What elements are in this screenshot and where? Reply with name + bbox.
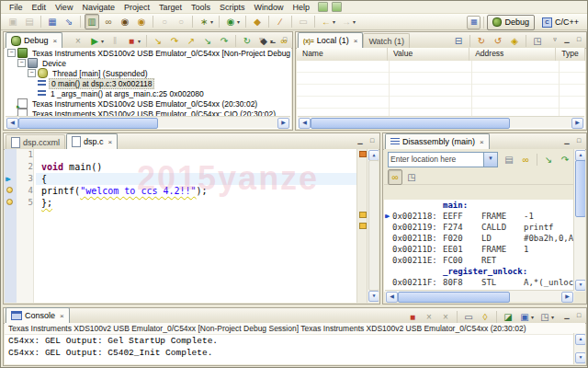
open-new-view-button[interactable]: ◳ bbox=[530, 33, 545, 49]
disassembly-line[interactable]: 0x00211E: FC00 RET bbox=[384, 255, 574, 266]
column-header[interactable]: Value bbox=[388, 48, 469, 61]
code-line[interactable]: 5 }; bbox=[5, 197, 379, 209]
dropdown-arrow-icon[interactable]: ▾ bbox=[551, 314, 554, 320]
tree-expander-icon[interactable]: − bbox=[7, 49, 16, 57]
menu-extra2-icon[interactable] bbox=[332, 2, 342, 12]
dropdown-arrow-icon[interactable]: ▾ bbox=[138, 38, 141, 44]
scroll-up-icon[interactable]: ▲ bbox=[575, 334, 585, 345]
debug-tree-row[interactable]: Texas Instruments XDS100v2 USB Emulator_… bbox=[5, 98, 291, 109]
assembly-step-into-button[interactable]: ↘ bbox=[200, 33, 215, 49]
minimize-icon[interactable]: ▁ bbox=[355, 135, 366, 146]
perspective-debug-button[interactable]: Debug bbox=[487, 15, 535, 30]
disassembly-listing[interactable]: main: 0x002118: EEFF FRAME -1 bbox=[384, 200, 574, 292]
column-header[interactable]: Type bbox=[556, 48, 585, 61]
save-button[interactable]: ▣ bbox=[6, 14, 20, 29]
forward-history-button[interactable]: →▾ bbox=[339, 14, 357, 29]
build-button[interactable]: ∗▾ bbox=[197, 14, 215, 29]
back-history-button[interactable]: ←▾ bbox=[319, 14, 337, 29]
disassembly-vscrollbar[interactable]: ▲ ▼ bbox=[573, 149, 585, 292]
view-menu-icon[interactable]: ▿ bbox=[255, 34, 266, 45]
maximize-icon[interactable]: □ bbox=[573, 34, 584, 45]
connect-target-button[interactable]: ▥ bbox=[85, 14, 99, 29]
continuous-refresh-button[interactable]: ↺ bbox=[491, 33, 505, 49]
code-line[interactable]: 1 bbox=[5, 149, 379, 161]
step-over-button[interactable]: ↷ bbox=[167, 33, 182, 49]
disassembly-line[interactable]: 0x00211F: 80F8 STL A,*(_unlock) bbox=[384, 277, 574, 288]
disassembly-line[interactable]: 0x00211D: EE01 FRAME 1 bbox=[384, 244, 574, 255]
disassembly-line[interactable]: 0x002119: F274 CALLD printf bbox=[384, 222, 574, 233]
link-pc-button[interactable]: ∞ bbox=[388, 169, 402, 185]
scroll-right-icon[interactable]: ▶ bbox=[277, 118, 289, 129]
editor-tab[interactable]: dsp.ccxml bbox=[6, 134, 65, 149]
menu-item[interactable]: File bbox=[5, 3, 28, 12]
restart-button[interactable]: ↻ bbox=[240, 33, 254, 49]
scroll-right-icon[interactable]: ▶ bbox=[571, 118, 583, 129]
minimize-icon[interactable]: ▁ bbox=[561, 135, 572, 146]
variables-tab[interactable]: (x)= Local (1) × bbox=[298, 32, 363, 48]
maximize-icon[interactable]: □ bbox=[573, 310, 584, 321]
disassembly-tab[interactable]: Disassembly (main) × bbox=[385, 133, 490, 149]
debug-tree-row[interactable]: − Thread [main] (Suspended) bbox=[5, 68, 291, 78]
lock-button[interactable]: ◈ bbox=[507, 33, 522, 49]
code-line[interactable]: 2 void main() bbox=[5, 161, 379, 173]
location-combo[interactable]: ▼ bbox=[388, 152, 498, 167]
debug-view-tab[interactable]: Debug × bbox=[6, 32, 62, 48]
close-icon[interactable]: × bbox=[108, 138, 113, 146]
combo-dropdown-icon[interactable]: ▼ bbox=[483, 153, 497, 167]
link-with-source-button[interactable]: ∞ bbox=[518, 152, 533, 167]
variables-hscrollbar[interactable]: ◀ ▶ bbox=[298, 116, 584, 128]
close-icon[interactable]: × bbox=[60, 312, 64, 320]
disassembly-line[interactable]: _register_unlock: bbox=[384, 266, 574, 277]
maximize-icon[interactable]: □ bbox=[573, 135, 584, 146]
resume-button[interactable]: ▶▾ bbox=[87, 33, 106, 49]
refresh-values-button[interactable]: ↻ bbox=[474, 33, 489, 49]
new-target-configuration-button[interactable]: ▦ bbox=[45, 14, 60, 29]
source-lookup-button[interactable]: ∞ bbox=[101, 14, 116, 29]
dropdown-arrow-icon[interactable]: ▾ bbox=[353, 18, 356, 25]
debug-hscrollbar[interactable]: ◀ ▶ bbox=[6, 116, 290, 128]
scroll-down-icon[interactable]: ▼ bbox=[575, 280, 585, 291]
overview-error-marker[interactable] bbox=[359, 151, 367, 157]
remove-all-terminated-button[interactable]: × bbox=[71, 33, 85, 49]
menu-item[interactable]: Window bbox=[249, 3, 288, 12]
terminate-button[interactable]: ■▾ bbox=[124, 33, 142, 49]
scroll-left-icon[interactable]: ◀ bbox=[299, 118, 311, 129]
view-menu-icon[interactable]: ▿ bbox=[549, 34, 560, 45]
minimize-icon[interactable]: ▁ bbox=[267, 34, 278, 45]
disassembly-line[interactable]: 0x00211B: F020 LD #0ba2h,0,A bbox=[384, 233, 574, 244]
overview-warning-marker[interactable] bbox=[359, 212, 367, 218]
column-header[interactable]: Name bbox=[297, 48, 388, 61]
code-line[interactable]: 3 { bbox=[5, 173, 379, 185]
advanced-toolbar-button[interactable]: ◆ bbox=[250, 14, 265, 29]
last-edit-location-button[interactable]: ▭ bbox=[296, 14, 311, 29]
scroll-thumb[interactable] bbox=[368, 160, 379, 291]
restore-snapshot-button[interactable]: ○ bbox=[157, 14, 172, 29]
menu-item[interactable]: Help bbox=[288, 3, 315, 12]
scroll-left-icon[interactable]: ◀ bbox=[6, 118, 18, 129]
console-vscrollbar[interactable]: ▲ ▼ bbox=[573, 333, 585, 364]
assembly-step-into-button[interactable]: ↘ bbox=[541, 152, 556, 167]
disassembly-hscrollbar[interactable]: ◀ ▶ bbox=[385, 290, 574, 302]
print-button[interactable]: ▤ bbox=[22, 14, 37, 29]
overview-warning-marker[interactable] bbox=[359, 223, 367, 229]
tree-expander-icon[interactable]: − bbox=[17, 59, 26, 67]
scroll-thumb[interactable] bbox=[18, 118, 158, 129]
menu-extra-icon[interactable] bbox=[318, 2, 328, 12]
debug-launch-button[interactable]: ◉ bbox=[134, 14, 149, 29]
maximize-icon[interactable]: □ bbox=[279, 34, 290, 45]
menu-item[interactable]: Target bbox=[154, 3, 187, 12]
debug-tree-row[interactable]: 0 main() at dsp.c:3 0x002118 bbox=[5, 78, 291, 88]
disassembly-line[interactable]: main: bbox=[384, 200, 574, 211]
assembly-step-over-button[interactable]: ↷ bbox=[558, 152, 572, 167]
close-icon[interactable]: × bbox=[480, 138, 484, 146]
editor-vscrollbar[interactable]: ▲ ▼ bbox=[367, 149, 379, 303]
code-line[interactable]: 4 printf("welcom to ccs 4.2!!"); bbox=[5, 185, 379, 197]
console-output[interactable]: Texas Instruments XDS100v2 USB Emulator_… bbox=[5, 323, 585, 364]
dropdown-arrow-icon[interactable]: ▾ bbox=[237, 18, 240, 25]
location-input[interactable] bbox=[389, 153, 483, 167]
refresh-disassembly-button[interactable]: ▤ bbox=[502, 152, 516, 167]
show-type-names-button[interactable]: ⊟ bbox=[451, 33, 466, 49]
suspend-button[interactable]: ‖ bbox=[107, 33, 122, 49]
menu-item[interactable]: Scripts bbox=[215, 3, 250, 12]
close-icon[interactable]: × bbox=[53, 37, 58, 45]
